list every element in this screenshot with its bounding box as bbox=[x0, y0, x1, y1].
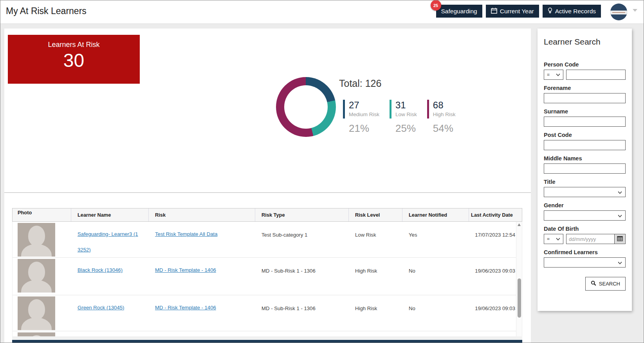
learner-name-link[interactable]: Green Rock (13045) bbox=[78, 305, 124, 311]
legend-item-medium-risk: 27 Medium Risk 21% bbox=[343, 100, 379, 135]
operator-value: = bbox=[547, 236, 550, 242]
legend-swatch-low bbox=[390, 100, 391, 119]
date-of-birth-field: Date Of Birth = bbox=[544, 226, 626, 244]
search-button[interactable]: SEARCH bbox=[585, 277, 626, 291]
chevron-down-icon bbox=[556, 72, 560, 77]
learner-notified-cell: No bbox=[402, 258, 469, 295]
learner-photo bbox=[18, 259, 55, 293]
post-code-input[interactable] bbox=[544, 140, 626, 150]
legend-swatch-medium bbox=[343, 100, 345, 119]
last-activity-cell: 19/06/2023 09:03 bbox=[469, 258, 517, 295]
gender-select[interactable] bbox=[544, 210, 626, 221]
column-header-last-activity-date[interactable]: Last Activity Date bbox=[469, 208, 517, 221]
date-picker-button[interactable] bbox=[614, 234, 626, 244]
learner-photo bbox=[18, 223, 55, 257]
person-code-input[interactable] bbox=[566, 70, 626, 80]
current-year-label: Current Year bbox=[500, 8, 534, 15]
top-header: My At Risk Learners 25 Safeguarding Curr… bbox=[0, 0, 644, 24]
last-activity-cell: 19/06/2023 09:03 bbox=[469, 295, 517, 331]
chart-legend: 27 Medium Risk 21% 31 Low Risk 25% bbox=[343, 100, 456, 135]
title-field: Title bbox=[544, 179, 626, 197]
risk-type-cell: Test Sub-category 1 bbox=[255, 222, 349, 257]
chevron-down-icon bbox=[618, 212, 622, 219]
column-header-learner-name[interactable]: Learner Name bbox=[71, 208, 149, 221]
operator-value: = bbox=[547, 72, 550, 77]
learner-notified-cell: No bbox=[402, 295, 469, 331]
date-of-birth-label: Date Of Birth bbox=[544, 226, 626, 232]
person-code-label: Person Code bbox=[544, 61, 626, 68]
dob-operator-select[interactable]: = bbox=[544, 234, 563, 244]
horizontal-scrollbar[interactable] bbox=[12, 336, 522, 339]
column-header-learner-notified[interactable]: Learner Notified bbox=[402, 208, 469, 221]
title-label: Title bbox=[544, 179, 626, 185]
confirmed-learners-field: Confirmed Learners bbox=[544, 249, 626, 268]
legend-percent: 54% bbox=[433, 122, 456, 135]
column-header-risk-level[interactable]: Risk Level bbox=[349, 208, 402, 221]
table-row[interactable]: Safeguarding- Learner3 (1 3252) Test Ris… bbox=[13, 222, 522, 258]
legend-value: 68 bbox=[433, 100, 456, 111]
calendar-icon bbox=[617, 235, 623, 243]
current-year-button[interactable]: Current Year bbox=[486, 5, 539, 18]
column-header-photo[interactable]: Photo bbox=[13, 208, 71, 221]
middle-names-label: Middle Names bbox=[544, 155, 626, 162]
safeguarding-button[interactable]: 25 Safeguarding bbox=[436, 5, 482, 18]
grid-bottom-bar[interactable] bbox=[12, 340, 522, 343]
legend-label: Medium Risk bbox=[349, 111, 379, 117]
active-records-button[interactable]: Active Records bbox=[543, 5, 601, 18]
chevron-down-icon[interactable] bbox=[633, 9, 637, 12]
donut-chart[interactable] bbox=[276, 77, 336, 137]
legend-percent: 21% bbox=[349, 122, 379, 135]
avatar-band-detail bbox=[612, 12, 625, 13]
kpi-card[interactable]: Learners At Risk 30 bbox=[8, 35, 140, 84]
risk-level-cell: High Risk bbox=[349, 295, 402, 331]
legend-label: Low Risk bbox=[395, 111, 417, 117]
gender-label: Gender bbox=[544, 202, 626, 208]
post-code-field: Post Code bbox=[544, 132, 626, 150]
table-row[interactable]: Black Rock (13046) MD - Risk Template - … bbox=[13, 258, 522, 295]
person-code-operator-select[interactable]: = bbox=[544, 70, 563, 80]
risk-level-cell: Low Risk bbox=[349, 222, 402, 257]
column-header-risk[interactable]: Risk bbox=[149, 208, 255, 221]
kpi-value: 30 bbox=[8, 50, 140, 71]
toolbar: 25 Safeguarding Current Year Active Reco… bbox=[436, 5, 601, 18]
section-divider bbox=[4, 192, 531, 193]
risk-type-cell: MD - Sub-Risk 1 - 1306 bbox=[255, 295, 349, 331]
risk-link[interactable]: MD - Risk Template - 1406 bbox=[155, 267, 216, 273]
title-select[interactable] bbox=[544, 187, 626, 197]
risk-level-cell: High Risk bbox=[349, 258, 402, 295]
post-code-label: Post Code bbox=[544, 132, 626, 138]
dashboard-panel: Learners At Risk 30 Total: 126 27 Medium… bbox=[4, 29, 531, 343]
table-row[interactable]: Green Rock (13045) MD - Risk Template - … bbox=[13, 295, 522, 331]
vertical-scrollbar[interactable] bbox=[516, 222, 522, 338]
chart-total: Total: 126 bbox=[339, 78, 381, 89]
dob-input[interactable] bbox=[566, 234, 614, 244]
grid-body: Safeguarding- Learner3 (1 3252) Test Ris… bbox=[12, 222, 522, 338]
kpi-title: Learners At Risk bbox=[8, 41, 140, 49]
legend-swatch-high bbox=[427, 100, 429, 119]
forename-input[interactable] bbox=[544, 93, 626, 103]
learner-search-title: Learner Search bbox=[544, 37, 626, 47]
app-window: My At Risk Learners 25 Safeguarding Curr… bbox=[0, 0, 644, 343]
learner-name-link[interactable]: Black Rock (13046) bbox=[78, 267, 123, 273]
middle-names-field: Middle Names bbox=[544, 155, 626, 174]
forename-field: Forename bbox=[544, 85, 626, 103]
last-activity-cell: 17/07/2023 12:54 bbox=[469, 222, 517, 257]
avatar[interactable] bbox=[610, 4, 627, 20]
scrollbar-thumb[interactable] bbox=[518, 278, 521, 318]
learner-notified-cell: Yes bbox=[402, 222, 469, 257]
surname-input[interactable] bbox=[544, 117, 626, 127]
risk-link[interactable]: Test Risk Template All Data bbox=[155, 231, 218, 237]
column-header-risk-type[interactable]: Risk Type bbox=[255, 208, 349, 221]
legend-value: 31 bbox=[395, 100, 417, 111]
middle-names-input[interactable] bbox=[544, 163, 626, 174]
chevron-down-icon bbox=[618, 189, 622, 196]
legend-percent: 25% bbox=[395, 122, 417, 135]
scrollbar-up-button[interactable] bbox=[517, 223, 521, 227]
learner-name-link[interactable]: Safeguarding- Learner3 (1 3252) bbox=[78, 231, 138, 253]
person-code-field: Person Code = bbox=[544, 61, 626, 80]
forename-label: Forename bbox=[544, 85, 626, 91]
risk-link[interactable]: MD - Risk Template - 1406 bbox=[155, 305, 216, 311]
confirmed-learners-select[interactable] bbox=[544, 257, 626, 268]
risk-type-cell: MD - Sub-Risk 1 - 1306 bbox=[255, 258, 349, 295]
chevron-down-icon bbox=[618, 259, 622, 266]
